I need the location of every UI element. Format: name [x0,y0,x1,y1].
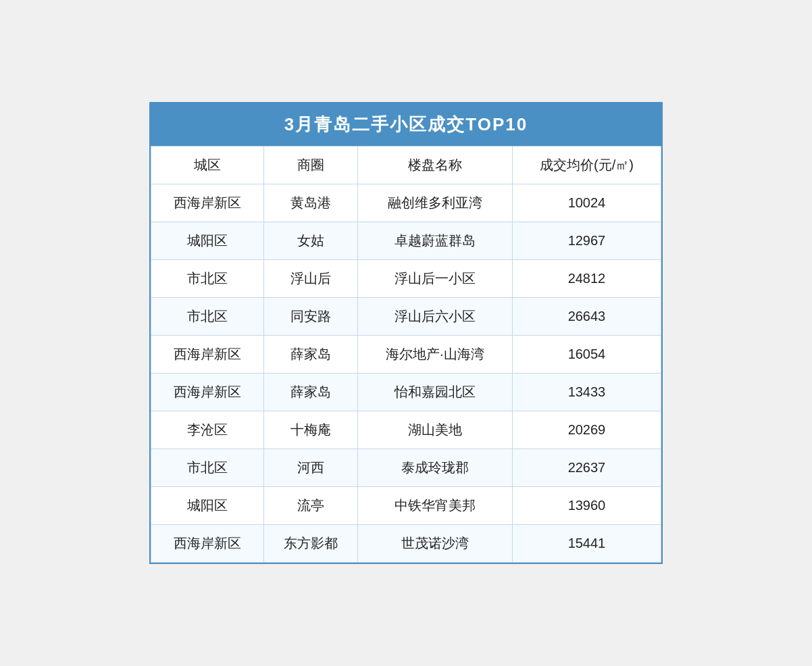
table-cell-price: 12967 [512,222,661,260]
table-cell-name: 湖山美地 [357,411,512,449]
table-cell-area: 东方影都 [263,525,357,563]
table-cell-area: 薛家岛 [263,374,357,411]
col-header-name: 楼盘名称 [357,147,512,184]
table-cell-district: 市北区 [151,449,264,487]
table-cell-name: 海尔地产·山海湾 [357,336,512,374]
table-cell-price: 24812 [512,260,661,298]
table-cell-price: 13433 [512,374,661,411]
table-cell-district: 李沧区 [151,411,264,449]
col-header-price: 成交均价(元/㎡) [512,147,661,184]
main-container: 3月青岛二手小区成交TOP10 城区 商圈 楼盘名称 成交均价(元/㎡) 西海岸… [149,102,663,564]
table-cell-name: 浮山后六小区 [357,298,512,336]
table-row: 西海岸新区黄岛港融创维多利亚湾10024 [151,184,661,222]
table-cell-name: 融创维多利亚湾 [357,184,512,222]
table-cell-area: 十梅庵 [263,411,357,449]
table-row: 城阳区女姑卓越蔚蓝群岛12967 [151,222,661,260]
table-cell-price: 26643 [512,298,661,336]
table-cell-area: 同安路 [263,298,357,336]
table-cell-area: 黄岛港 [263,184,357,222]
table-cell-district: 西海岸新区 [151,525,264,563]
table-cell-name: 卓越蔚蓝群岛 [357,222,512,260]
col-header-district: 城区 [151,147,264,184]
table-row: 城阳区流亭中铁华宵美邦13960 [151,487,661,525]
col-header-area: 商圈 [263,147,357,184]
data-table: 城区 商圈 楼盘名称 成交均价(元/㎡) 西海岸新区黄岛港融创维多利亚湾1002… [151,146,661,563]
table-header-row: 城区 商圈 楼盘名称 成交均价(元/㎡) [151,147,661,184]
table-cell-district: 西海岸新区 [151,374,264,411]
table-title: 3月青岛二手小区成交TOP10 [151,103,661,146]
table-cell-district: 城阳区 [151,487,264,525]
table-row: 西海岸新区东方影都世茂诺沙湾15441 [151,525,661,563]
table-cell-district: 西海岸新区 [151,336,264,374]
table-cell-area: 浮山后 [263,260,357,298]
table-cell-price: 13960 [512,487,661,525]
table-cell-price: 15441 [512,525,661,563]
table-row: 李沧区十梅庵湖山美地20269 [151,411,661,449]
table-body: 西海岸新区黄岛港融创维多利亚湾10024城阳区女姑卓越蔚蓝群岛12967市北区浮… [151,184,661,563]
table-cell-name: 世茂诺沙湾 [357,525,512,563]
table-cell-district: 西海岸新区 [151,184,264,222]
table-cell-price: 16054 [512,336,661,374]
table-cell-area: 河西 [263,449,357,487]
table-cell-name: 浮山后一小区 [357,260,512,298]
table-cell-price: 10024 [512,184,661,222]
table-cell-price: 20269 [512,411,661,449]
table-row: 西海岸新区薛家岛海尔地产·山海湾16054 [151,336,661,374]
table-cell-district: 市北区 [151,298,264,336]
table-cell-district: 城阳区 [151,222,264,260]
table-cell-name: 泰成玲珑郡 [357,449,512,487]
table-cell-area: 薛家岛 [263,336,357,374]
table-cell-price: 22637 [512,449,661,487]
table-row: 西海岸新区薛家岛怡和嘉园北区13433 [151,374,661,411]
table-cell-district: 市北区 [151,260,264,298]
table-cell-name: 中铁华宵美邦 [357,487,512,525]
table-row: 市北区河西泰成玲珑郡22637 [151,449,661,487]
table-row: 市北区浮山后浮山后一小区24812 [151,260,661,298]
table-cell-name: 怡和嘉园北区 [357,374,512,411]
table-cell-area: 女姑 [263,222,357,260]
table-cell-area: 流亭 [263,487,357,525]
table-row: 市北区同安路浮山后六小区26643 [151,298,661,336]
